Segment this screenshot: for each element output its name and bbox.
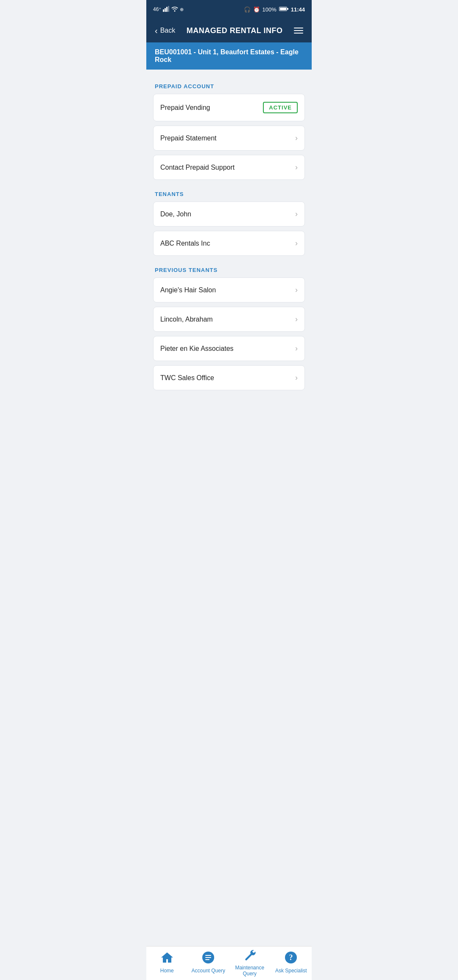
svg-rect-6 <box>280 8 286 10</box>
svg-rect-3 <box>168 6 169 12</box>
svg-rect-9 <box>205 955 211 956</box>
nav-home-label: Home <box>160 968 174 974</box>
nav-maintenance-query-label: Maintenance Query <box>229 965 271 977</box>
menu-button[interactable] <box>294 28 303 34</box>
nav-home[interactable]: Home <box>146 949 188 974</box>
chevron-icon: › <box>295 210 298 218</box>
svg-text:?: ? <box>289 953 293 962</box>
chevron-icon: › <box>295 315 298 324</box>
chevron-icon: › <box>295 239 298 248</box>
prev-twc-sales-label: TWC Sales Office <box>160 374 214 382</box>
contact-prepaid-support-label: Contact Prepaid Support <box>160 164 235 171</box>
menu-line-3 <box>294 33 303 34</box>
section-header-previous-tenants: PREVIOUS TENANTS <box>153 260 305 277</box>
nav-maintenance-query[interactable]: Maintenance Query <box>229 946 271 977</box>
tenant-doe-john-item[interactable]: Doe, John › <box>153 202 305 227</box>
home-icon <box>159 949 176 966</box>
property-banner: BEU001001 - Unit 1, Beaufort Estates - E… <box>146 42 312 70</box>
active-badge: ACTIVE <box>263 102 298 113</box>
nav-ask-specialist-label: Ask Specialist <box>275 968 307 974</box>
prev-angies-hair-label: Angie's Hair Salon <box>160 286 216 294</box>
prev-pieter-en-kie-label: Pieter en Kie Associates <box>160 345 234 353</box>
chevron-icon: › <box>295 344 298 353</box>
app-header: ‹ Back MANAGED RENTAL INFO <box>146 19 312 42</box>
prev-twc-sales-item[interactable]: TWC Sales Office › <box>153 365 305 390</box>
svg-rect-2 <box>166 7 168 12</box>
prev-lincoln-abraham-item[interactable]: Lincoln, Abraham › <box>153 307 305 332</box>
tenant-abc-rentals-item[interactable]: ABC Rentals Inc › <box>153 231 305 256</box>
svg-rect-0 <box>163 9 164 12</box>
wrench-icon <box>241 946 258 963</box>
prepaid-statement-label: Prepaid Statement <box>160 134 217 142</box>
menu-line-2 <box>294 30 303 31</box>
status-bar: 46⁺ ⊕ 🎧 ⏰ 100% <box>146 0 312 19</box>
svg-rect-11 <box>205 959 209 960</box>
signal-icon <box>163 6 170 13</box>
time: 11:44 <box>291 6 305 13</box>
svg-rect-10 <box>205 957 211 958</box>
prepaid-vending-item[interactable]: Prepaid Vending ACTIVE <box>153 94 305 121</box>
back-button[interactable]: ‹ Back <box>155 26 175 36</box>
prev-pieter-en-kie-item[interactable]: Pieter en Kie Associates › <box>153 336 305 361</box>
bottom-nav: Home Account Query Maintenance Query ? <box>146 946 312 980</box>
headphone-icon: 🎧 <box>244 6 251 13</box>
status-right: 🎧 ⏰ 100% 11:44 <box>244 6 305 13</box>
property-name: BEU001001 - Unit 1, Beaufort Estates - E… <box>155 48 299 63</box>
status-left: 46⁺ ⊕ <box>153 6 184 13</box>
page-title: MANAGED RENTAL INFO <box>187 26 283 35</box>
section-header-prepaid: PREPAID ACCOUNT <box>153 76 305 94</box>
chevron-icon: › <box>295 134 298 143</box>
tenant-abc-rentals-label: ABC Rentals Inc <box>160 240 210 247</box>
question-icon: ? <box>282 949 299 966</box>
main-content: PREPAID ACCOUNT Prepaid Vending ACTIVE P… <box>146 70 312 946</box>
chevron-icon: › <box>295 373 298 382</box>
prev-lincoln-abraham-label: Lincoln, Abraham <box>160 316 213 323</box>
menu-line-1 <box>294 28 303 28</box>
chevron-icon: › <box>295 286 298 294</box>
section-header-tenants: TENANTS <box>153 184 305 202</box>
tenant-doe-john-label: Doe, John <box>160 210 191 218</box>
battery-percent: 100% <box>263 6 276 13</box>
account-query-icon <box>200 949 217 966</box>
prepaid-statement-item[interactable]: Prepaid Statement › <box>153 126 305 151</box>
wifi-icon <box>171 6 178 13</box>
back-chevron-icon: ‹ <box>155 26 158 36</box>
svg-rect-1 <box>165 8 166 12</box>
prepaid-vending-label: Prepaid Vending <box>160 104 210 112</box>
prev-angies-hair-item[interactable]: Angie's Hair Salon › <box>153 277 305 302</box>
battery-icon <box>279 6 288 13</box>
nav-account-query-label: Account Query <box>192 968 225 974</box>
back-label: Back <box>160 27 176 34</box>
svg-rect-7 <box>287 8 288 10</box>
chevron-icon: › <box>295 163 298 172</box>
nav-ask-specialist[interactable]: ? Ask Specialist <box>271 949 312 974</box>
alarm-icon: ⏰ <box>253 6 260 13</box>
contact-prepaid-support-item[interactable]: Contact Prepaid Support › <box>153 155 305 180</box>
extra-icon: ⊕ <box>180 7 184 12</box>
nav-account-query[interactable]: Account Query <box>188 949 229 974</box>
network-indicator: 46⁺ <box>153 6 161 12</box>
